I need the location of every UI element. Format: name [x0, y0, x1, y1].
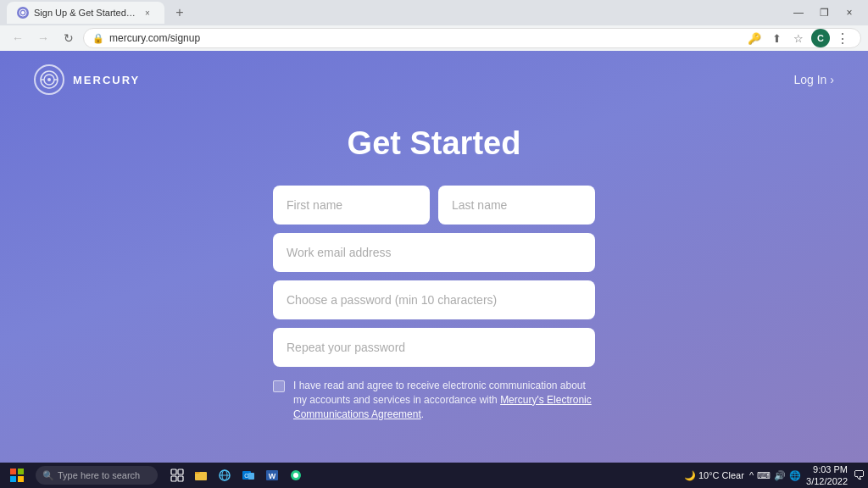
outlook-button[interactable]: O — [237, 464, 259, 486]
svg-text:W: W — [269, 472, 276, 480]
forward-button[interactable]: → — [32, 27, 54, 49]
logo-text: MERCURY — [73, 74, 140, 86]
logo-area: MERCURY — [34, 64, 140, 95]
tab-favicon — [17, 7, 29, 19]
page-content: MERCURY Log In › Get Started I have read… — [0, 51, 868, 463]
url-text: mercury.com/signup — [109, 32, 200, 44]
notification-button[interactable]: 🗨 — [853, 469, 865, 482]
key-icon[interactable]: 🔑 — [745, 29, 764, 47]
date-display: 3/12/2022 — [806, 475, 848, 487]
network-icon[interactable]: 🌐 — [789, 470, 801, 481]
logo-circle — [34, 64, 64, 95]
browser-button[interactable] — [214, 464, 236, 486]
nav-header: MERCURY Log In › — [0, 51, 868, 108]
svg-rect-12 — [178, 469, 183, 474]
more-options-button[interactable]: ⋮ — [833, 29, 852, 47]
clock[interactable]: 9:03 PM 3/12/2022 — [806, 463, 848, 488]
reload-button[interactable]: ↻ — [58, 27, 80, 49]
file-explorer-button[interactable] — [190, 464, 212, 486]
svg-rect-14 — [178, 476, 183, 481]
back-button[interactable]: ← — [7, 27, 29, 49]
window-controls: — ❐ × — [787, 3, 861, 22]
svg-point-1 — [21, 11, 25, 14]
chevron-icon[interactable]: ^ — [749, 470, 754, 480]
checkbox-row: I have read and agree to receive electro… — [273, 379, 595, 421]
checkbox-label: I have read and agree to receive electro… — [293, 379, 595, 421]
share-icon[interactable]: ⬆ — [767, 29, 786, 47]
new-tab-button[interactable]: + — [168, 2, 192, 24]
svg-point-25 — [293, 473, 298, 478]
svg-rect-9 — [10, 476, 16, 482]
close-button[interactable]: × — [837, 3, 861, 22]
task-view-button[interactable] — [166, 464, 188, 486]
svg-rect-21 — [248, 473, 254, 480]
last-name-input[interactable] — [438, 186, 595, 225]
svg-rect-7 — [10, 469, 16, 474]
svg-rect-13 — [171, 476, 176, 481]
start-button[interactable] — [3, 464, 31, 486]
lock-icon: 🔒 — [92, 33, 104, 44]
mercury-taskbar-button[interactable] — [285, 464, 307, 486]
address-bar[interactable]: 🔒 mercury.com/signup 🔑 ⬆ ☆ C ⋮ — [83, 28, 861, 48]
moon-icon: 🌙 — [684, 470, 696, 481]
active-tab[interactable]: Sign Up & Get Started | Mercury × — [7, 2, 164, 24]
svg-rect-8 — [18, 469, 24, 474]
name-row — [273, 186, 595, 225]
search-icon: 🔍 — [42, 470, 54, 481]
first-name-input[interactable] — [273, 186, 430, 225]
keyboard-icon: ⌨ — [757, 470, 771, 481]
taskbar-icons: O W — [166, 464, 307, 486]
svg-point-4 — [47, 78, 51, 81]
login-arrow: › — [830, 73, 834, 86]
star-icon[interactable]: ☆ — [789, 29, 808, 47]
profile-button[interactable]: C — [811, 29, 830, 47]
taskbar-search[interactable]: 🔍 — [36, 466, 158, 485]
svg-rect-11 — [171, 469, 176, 474]
system-tray: ^ ⌨ 🔊 🌐 — [749, 470, 801, 481]
form-container: Get Started I have read and agree to rec… — [0, 108, 868, 463]
tab-title: Sign Up & Get Started | Mercury — [34, 8, 136, 18]
email-input[interactable] — [273, 233, 595, 272]
taskbar-right: 🌙 10°C Clear ^ ⌨ 🔊 🌐 9:03 PM 3/12/2022 🗨 — [684, 463, 865, 488]
maximize-button[interactable]: ❐ — [812, 3, 836, 22]
word-button[interactable]: W — [261, 464, 283, 486]
title-bar: Sign Up & Get Started | Mercury × + — ❐ … — [0, 0, 868, 25]
page-title: Get Started — [348, 125, 521, 162]
time-display: 9:03 PM — [806, 463, 848, 475]
weather-text: 10°C Clear — [698, 470, 744, 480]
repeat-password-input[interactable] — [273, 328, 595, 367]
speaker-icon[interactable]: 🔊 — [774, 470, 786, 481]
taskbar-search-input[interactable] — [58, 470, 151, 480]
tab-close-button[interactable]: × — [141, 6, 154, 19]
login-label: Log In — [793, 73, 826, 86]
minimize-button[interactable]: — — [787, 3, 810, 22]
password-input[interactable] — [273, 280, 595, 319]
signup-form: I have read and agree to receive electro… — [273, 186, 595, 421]
terms-checkbox[interactable] — [273, 380, 285, 392]
address-bar-row: ← → ↻ 🔒 mercury.com/signup 🔑 ⬆ ☆ C ⋮ — [0, 25, 868, 51]
svg-rect-10 — [18, 476, 24, 482]
taskbar: 🔍 O W 🌙 10°C Clear ^ ⌨ 🔊 🌐 — [0, 463, 868, 488]
weather-widget: 🌙 10°C Clear — [684, 470, 744, 481]
login-button[interactable]: Log In › — [793, 73, 834, 86]
